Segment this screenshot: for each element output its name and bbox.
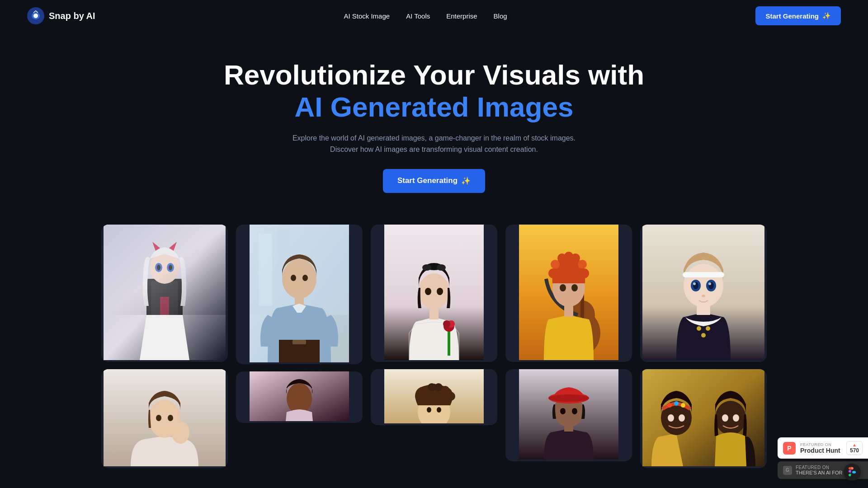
nav-ai-stock-image[interactable]: AI Stock Image (344, 12, 390, 20)
svg-point-68 (560, 284, 566, 291)
svg-point-88 (693, 282, 696, 285)
svg-point-62 (551, 260, 560, 269)
svg-point-93 (667, 403, 672, 408)
product-hunt-icon: P (783, 442, 796, 455)
svg-point-79 (701, 333, 706, 338)
nav-start-generating-button[interactable]: Start Generating ✨ (755, 6, 841, 25)
logo[interactable]: Snap by AI (27, 7, 95, 24)
svg-point-69 (571, 284, 578, 291)
svg-point-94 (674, 401, 679, 406)
short-hair-woman-image (101, 369, 228, 466)
svg-point-74 (548, 394, 589, 402)
ph-name: Product Hunt (800, 447, 840, 454)
nav-enterprise[interactable]: Enterprise (446, 12, 477, 20)
svg-rect-12 (104, 225, 226, 315)
nav-links: AI Stock Image AI Tools Enterprise Blog (344, 12, 507, 20)
product-hunt-text: FEATURED ON Product Hunt (800, 442, 840, 454)
svg-point-96 (668, 414, 674, 422)
image-grid (0, 211, 868, 468)
svg-rect-24 (292, 340, 306, 344)
svg-point-30 (287, 383, 312, 414)
ph-arrow: ▲ (852, 442, 857, 447)
grid-col-2 (236, 225, 363, 423)
svg-point-78 (697, 326, 701, 331)
logo-icon (27, 7, 44, 24)
svg-point-36 (437, 264, 446, 271)
child-image (640, 225, 767, 360)
svg-point-51 (446, 392, 455, 401)
svg-point-75 (560, 408, 566, 414)
image-card-curly-person (371, 369, 497, 425)
svg-point-1 (33, 14, 38, 18)
anime-girl-image (101, 225, 228, 360)
svg-point-27 (291, 275, 296, 281)
hero-subtitle: Explore the world of AI generated images… (9, 132, 859, 155)
navbar: Snap by AI AI Stock Image AI Tools Enter… (0, 0, 868, 32)
svg-point-100 (733, 414, 739, 422)
image-card-short-hair-woman (101, 369, 228, 468)
hero-section: Revolutionize Your Visuals with AI Gener… (0, 32, 868, 211)
image-card-girl-rose (371, 225, 497, 362)
svg-point-67 (579, 268, 589, 278)
svg-point-38 (425, 288, 431, 295)
svg-point-97 (679, 414, 685, 422)
hero-start-generating-button[interactable]: Start Generating ✨ (383, 169, 485, 193)
svg-point-16 (171, 421, 189, 444)
svg-point-90 (702, 295, 705, 297)
svg-rect-83 (683, 272, 724, 277)
svg-point-26 (282, 259, 316, 299)
there-ai-icon: G (783, 466, 792, 475)
grid-col-5 (640, 225, 767, 468)
businessman-image (236, 225, 363, 362)
ph-featured-label: FEATURED ON (800, 442, 840, 447)
svg-point-76 (572, 408, 577, 414)
svg-point-98 (715, 401, 746, 435)
svg-point-99 (722, 414, 728, 422)
hero-title-white: Revolutionize Your Visuals with (9, 59, 859, 91)
svg-point-37 (432, 265, 436, 270)
svg-point-53 (437, 407, 441, 413)
hero-cta-icon: ✨ (461, 176, 471, 186)
red-hat-woman-image (505, 369, 632, 460)
nav-ai-tools[interactable]: AI Tools (406, 12, 430, 20)
svg-point-66 (578, 260, 587, 269)
nav-blog[interactable]: Blog (494, 12, 507, 20)
smiling-women-image (640, 369, 767, 466)
grid-col-3 (371, 225, 497, 425)
ph-number: 570 (850, 447, 859, 454)
svg-point-18 (168, 415, 173, 421)
svg-point-52 (427, 407, 431, 413)
image-card-smiling-women (640, 369, 767, 468)
hero-cta-label: Start Generating (397, 176, 458, 185)
svg-point-28 (302, 275, 308, 281)
svg-point-43 (443, 320, 450, 328)
logo-text: Snap by AI (49, 11, 95, 21)
image-card-anime-girl (101, 225, 228, 362)
curly-person-image (371, 369, 497, 423)
image-card-businessman (236, 225, 363, 364)
svg-point-80 (706, 326, 710, 331)
image-card-child (640, 225, 767, 362)
svg-point-17 (156, 415, 161, 421)
product-hunt-badge[interactable]: P FEATURED ON Product Hunt ▲ 570 (778, 437, 868, 459)
nav-cta-icon: ✨ (822, 12, 831, 20)
figma-icon-button[interactable] (844, 464, 861, 481)
svg-point-95 (681, 403, 685, 408)
svg-point-61 (548, 268, 558, 278)
svg-point-39 (437, 288, 443, 295)
svg-rect-21 (259, 234, 272, 306)
grid-col-4 (505, 225, 632, 461)
figma-logo (848, 467, 857, 478)
svg-rect-40 (448, 328, 450, 356)
image-card-red-hat-woman (505, 369, 632, 461)
nav-cta-label: Start Generating (765, 12, 819, 20)
girl-rose-image (371, 225, 497, 360)
grid-col-1 (101, 225, 228, 468)
image-card-black-woman-pink (236, 371, 363, 423)
svg-point-33 (419, 273, 449, 310)
svg-point-65 (571, 253, 580, 263)
black-woman-pink-image (236, 371, 363, 421)
svg-rect-32 (429, 308, 439, 319)
redhead-guitar-image (505, 225, 632, 360)
image-card-redhead-guitar (505, 225, 632, 362)
